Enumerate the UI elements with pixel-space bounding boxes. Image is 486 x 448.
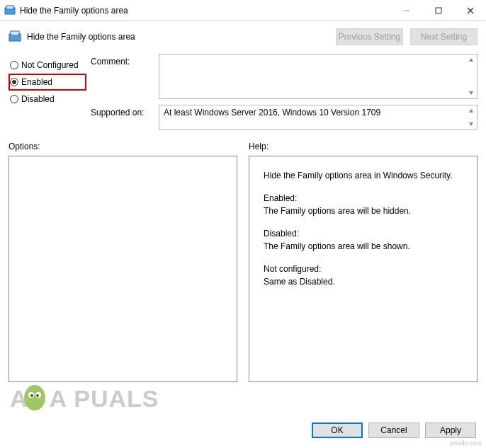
window-title: Hide the Family options area <box>20 6 128 16</box>
svg-marker-8 <box>469 58 473 62</box>
options-label: Options: <box>9 142 237 151</box>
dialog-buttons: OK Cancel Apply <box>312 423 476 438</box>
cancel-button[interactable]: Cancel <box>368 423 419 438</box>
close-button[interactable] <box>454 0 486 21</box>
svg-marker-9 <box>469 91 473 95</box>
radio-not-configured[interactable]: Not Configured <box>9 57 86 74</box>
help-line: Enabled:The Family options area will be … <box>264 192 463 217</box>
scroll-up-icon[interactable] <box>465 54 477 66</box>
radio-label: Enabled <box>21 77 52 87</box>
options-section: Options: <box>9 142 237 382</box>
svg-point-14 <box>35 392 41 398</box>
radio-icon <box>10 78 18 86</box>
svg-point-12 <box>24 385 45 410</box>
help-label: Help: <box>249 142 477 151</box>
help-text: Hide the Family options area in Windows … <box>249 156 477 311</box>
svg-marker-10 <box>469 109 473 113</box>
radio-enabled[interactable]: Enabled <box>9 74 86 91</box>
scrollbar[interactable] <box>465 105 477 130</box>
apply-button[interactable]: Apply <box>425 423 476 438</box>
supported-on-field: At least Windows Server 2016, Windows 10… <box>159 105 477 130</box>
window-controls <box>390 0 486 21</box>
help-line: Disabled:The Family options area will be… <box>264 227 463 253</box>
radio-label: Not Configured <box>21 60 79 70</box>
supported-on-value: At least Windows Server 2016, Windows 10… <box>164 108 380 117</box>
ok-button[interactable]: OK <box>312 423 363 438</box>
policy-icon <box>4 5 16 16</box>
radio-icon <box>10 61 18 69</box>
radio-disabled[interactable]: Disabled <box>9 91 86 108</box>
next-setting-button[interactable]: Next Setting <box>410 28 477 45</box>
supported-on-label: Supported on: <box>91 105 154 130</box>
minimize-button[interactable] <box>390 0 422 21</box>
scroll-up-icon[interactable] <box>465 105 477 117</box>
watermark-logo: AA PUALS <box>10 385 159 413</box>
titlebar: Hide the Family options area <box>0 0 486 21</box>
scroll-down-icon[interactable] <box>465 118 477 130</box>
previous-setting-button[interactable]: Previous Setting <box>336 28 403 45</box>
svg-rect-7 <box>11 31 19 35</box>
maximize-button[interactable] <box>422 0 454 21</box>
comment-label: Comment: <box>91 54 154 105</box>
svg-marker-11 <box>469 122 473 126</box>
help-line: Hide the Family options area in Windows … <box>264 169 463 182</box>
svg-point-13 <box>28 392 34 398</box>
policy-header: Hide the Family options area Previous Se… <box>0 21 486 50</box>
scrollbar[interactable] <box>465 54 477 98</box>
svg-point-15 <box>30 394 33 397</box>
help-line: Not configured:Same as Disabled. <box>264 263 463 288</box>
policy-icon <box>9 30 21 43</box>
comment-field[interactable] <box>159 54 477 99</box>
radio-label: Disabled <box>21 94 55 104</box>
svg-rect-1 <box>6 6 13 9</box>
svg-point-16 <box>36 394 39 397</box>
policy-title: Hide the Family options area <box>27 32 135 42</box>
svg-rect-3 <box>436 8 441 13</box>
help-panel: Hide the Family options area in Windows … <box>249 156 477 382</box>
help-section: Help: Hide the Family options area in Wi… <box>249 142 477 382</box>
watermark-url: wsxdn.com <box>450 440 482 447</box>
state-radio-group: Not Configured Enabled Disabled <box>9 54 86 130</box>
scroll-down-icon[interactable] <box>465 87 477 98</box>
radio-icon <box>10 95 18 103</box>
options-panel <box>9 156 237 382</box>
